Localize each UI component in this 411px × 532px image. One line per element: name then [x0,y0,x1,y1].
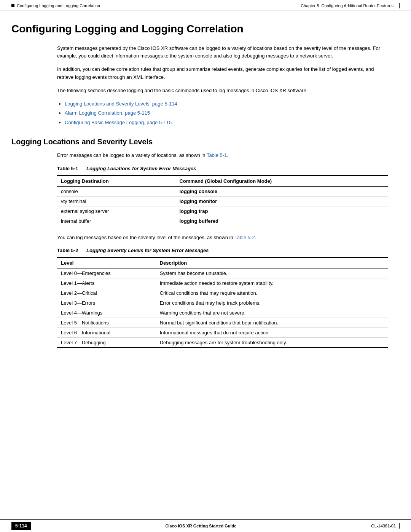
intro-para-2: In addition, you can define correlation … [57,66,388,81]
header-breadcrumb: Configuring Logging and Logging Correlat… [17,3,100,8]
table2-col1-cell: Level 2—Critical [57,288,156,298]
table1-col2-cell: logging monitor [175,196,388,206]
footer-pipe-icon [399,523,400,529]
table-row: Level 5—NotificationsNormal but signific… [57,318,388,328]
table2-col1-cell: Level 6—Informational [57,328,156,338]
header-chapter-title: Configuring Additional Router Features [321,3,393,8]
table2-col1-cell: Level 4—Warnings [57,308,156,318]
footer-doc-number: OL-14361-01 [371,524,396,528]
table-row: Level 6—InformationalInformational messa… [57,328,388,338]
table1-col1-cell: internal buffer [57,216,175,226]
table-row: Level 0—EmergenciesSystem has become unu… [57,268,388,278]
table2-col2-cell: Normal but significant conditions that b… [156,318,388,328]
table2: Level Description Level 0—EmergenciesSys… [57,257,388,348]
table2-col2-cell: Informational messages that do not requi… [156,328,388,338]
table1-col2-cell: logging trap [175,206,388,216]
table2-col2-cell: Warning conditions that are not severe. [156,308,388,318]
table2-col1-cell: Level 1—Alerts [57,278,156,288]
table1-ref-link[interactable]: Table 5-1. [207,152,228,158]
table-row: internal bufferlogging buffered [57,216,388,226]
section1-intro-text: Error messages can be logged to a variet… [57,152,206,158]
table1-caption: Table 5-1 Logging Locations for System E… [57,165,388,173]
table2-col2-cell: Error conditions that may help track pro… [156,298,388,308]
footer-right: OL-14361-01 [371,523,400,529]
table2-col1-cell: Level 3—Errors [57,298,156,308]
table-row: Level 1—AlertsImmediate action needed to… [57,278,388,288]
section1-after-text: You can log messages based on the severi… [57,235,233,240]
table2-col2-cell: Immediate action needed to restore syste… [156,278,388,288]
list-item: Configuring Basic Message Logging, page … [65,119,400,127]
table2-caption-num: Table 5-2 [57,248,78,253]
table1-col1-header: Logging Destination [57,176,175,187]
list-item: Alarm Logging Correlation, page 5-115 [65,109,400,117]
table-row: Level 4—WarningsWarning conditions that … [57,308,388,318]
table1-wrap: Logging Destination Command (Global Conf… [57,175,388,226]
list-item: Logging Locations and Severity Levels, p… [65,100,400,108]
table2-col1-cell: Level 0—Emergencies [57,268,156,278]
table-row: consolelogging console [57,186,388,196]
intro-para-3: The following sections describe logging … [57,87,388,95]
link-1[interactable]: Logging Locations and Severity Levels, p… [65,101,177,107]
table-row: vty terminallogging monitor [57,196,388,206]
header-chapter-label: Chapter 5 [301,3,319,8]
link-2[interactable]: Alarm Logging Correlation, page 5-115 [65,110,150,116]
main-content: Configuring Logging and Logging Correlat… [0,11,411,386]
table1-col2-header: Command (Global Configuration Mode) [175,176,388,187]
table-row: external syslog serverlogging trap [57,206,388,216]
table2-col2-cell: Debugging messages are for system troubl… [156,338,388,348]
link-3[interactable]: Configuring Basic Message Logging, page … [65,120,172,125]
table2-col1-header: Level [57,257,156,268]
table1: Logging Destination Command (Global Conf… [57,175,388,226]
header-right: Chapter 5 Configuring Additional Router … [301,3,400,8]
table1-header-row: Logging Destination Command (Global Conf… [57,176,388,187]
table2-col2-cell: System has become unusable. [156,268,388,278]
table2-col2-cell: Critical conditions that may require att… [156,288,388,298]
table2-caption-label: Logging Severity Levels for System Error… [86,248,209,253]
table-row: Level 3—ErrorsError conditions that may … [57,298,388,308]
page-number-badge: 5-114 [11,522,31,530]
table1-col1-cell: console [57,186,175,196]
header-pipe-icon [399,3,400,8]
table2-header-row: Level Description [57,257,388,268]
table1-col1-cell: external syslog server [57,206,175,216]
table1-col1-cell: vty terminal [57,196,175,206]
footer-guide-title: Cisco IOS XR Getting Started Guide [165,524,236,528]
table1-caption-num: Table 5-1 [57,166,78,171]
footer: 5-114 Cisco IOS XR Getting Started Guide… [0,519,411,532]
table2-caption: Table 5-2 Logging Severity Levels for Sy… [57,247,388,255]
section1-intro: Error messages can be logged to a variet… [57,152,388,160]
table1-col2-cell: logging console [175,186,388,196]
section1-after: You can log messages based on the severi… [57,234,388,242]
table1-col2-cell: logging buffered [175,216,388,226]
bullet-list: Logging Locations and Severity Levels, p… [65,100,400,127]
header-left: Configuring Logging and Logging Correlat… [11,3,100,8]
table2-col1-cell: Level 5—Notifications [57,318,156,328]
table2-col1-cell: Level 7—Debugging [57,338,156,348]
table2-col2-header: Description [156,257,388,268]
table-row: Level 7—DebuggingDebugging messages are … [57,338,388,348]
section1-heading: Logging Locations and Severity Levels [11,137,400,146]
header-square-icon [11,4,14,7]
table2-wrap: Level Description Level 0—EmergenciesSys… [57,257,388,348]
table2-ref-link[interactable]: Table 5-2. [234,235,256,240]
intro-para-1: System messages generated by the Cisco I… [57,45,388,61]
table-row: Level 2—CriticalCritical conditions that… [57,288,388,298]
table1-caption-label: Logging Locations for System Error Messa… [86,166,196,171]
header-bar: Configuring Logging and Logging Correlat… [0,0,411,11]
page-title: Configuring Logging and Logging Correlat… [11,22,400,35]
